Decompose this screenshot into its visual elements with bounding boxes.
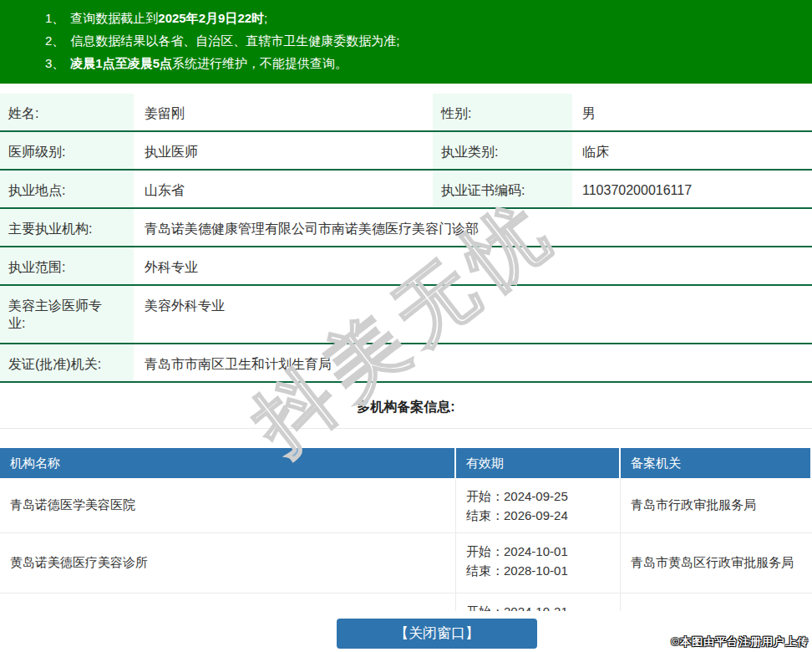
field-value-gender: 男 xyxy=(572,94,812,130)
field-value-practice-category: 临床 xyxy=(572,132,812,169)
validity-end: 结束：2026-09-24 xyxy=(466,506,620,525)
validity-cell: 开始：2024-10-21 xyxy=(456,593,621,611)
doctor-info-table: 姓名: 姜留刚 性别: 男 医师级别: 执业医师 执业类别: 临床 执业地点: … xyxy=(0,94,812,383)
org-table-header: 机构名称 有效期 备案机关 xyxy=(0,448,812,478)
record-authority-cell: 青岛市黄岛区行政审批服务局 xyxy=(621,533,812,593)
field-value-doctor-level: 执业医师 xyxy=(134,132,433,169)
field-label-name: 姓名: xyxy=(0,94,134,130)
validity-cell: 开始：2024-10-01 结束：2028-10-01 xyxy=(456,533,621,593)
multi-org-section-title: 多机构备案信息: xyxy=(0,398,812,416)
notice-line-2: 2、信息数据结果以各省、自治区、直辖市卫生健康委数据为准; xyxy=(45,29,804,52)
notice-bold-text: 凌晨1点至凌晨5点 xyxy=(70,56,172,70)
table-row: 姓名: 姜留刚 性别: 男 xyxy=(0,94,812,132)
notice-line-3: 3、凌晨1点至凌晨5点系统进行维护，不能提供查询。 xyxy=(45,52,804,74)
table-row: 开始：2024-10-21 xyxy=(0,593,812,611)
validity-start: 开始：2024-10-21 xyxy=(466,602,620,611)
validity-end: 结束：2028-10-01 xyxy=(466,561,620,580)
field-label-practice-category: 执业类别: xyxy=(433,132,572,169)
validity-cell: 开始：2024-09-25 结束：2026-09-24 xyxy=(456,478,621,532)
table-row: 青岛诺德医学美容医院 开始：2024-09-25 结束：2026-09-24 青… xyxy=(0,478,812,533)
org-name-cell xyxy=(0,593,456,611)
field-value-practice-location: 山东省 xyxy=(134,171,433,207)
notice-bold-text: 2025年2月9日22时 xyxy=(158,11,264,25)
table-row: 黄岛诺美德医疗美容诊所 开始：2024-10-01 结束：2028-10-01 … xyxy=(0,533,812,593)
field-value-certificate-number: 110370200016117 xyxy=(572,171,812,207)
record-authority-cell: 青岛市行政审批服务局 xyxy=(621,478,812,532)
field-label-issuing-authority: 发证(批准)机关: xyxy=(0,344,134,381)
record-authority-cell xyxy=(621,593,812,611)
field-label-main-institution: 主要执业机构: xyxy=(0,209,134,246)
section-divider xyxy=(0,428,812,429)
org-name-cell: 黄岛诺美德医疗美容诊所 xyxy=(0,533,456,593)
field-label-practice-scope: 执业范围: xyxy=(0,247,134,284)
validity-start: 开始：2024-09-25 xyxy=(466,486,620,506)
field-label-certificate-number: 执业证书编码: xyxy=(433,171,572,207)
notice-number: 2、 xyxy=(45,33,64,48)
field-value-issuing-authority: 青岛市市南区卫生和计划生育局 xyxy=(134,344,812,381)
multi-org-table: 机构名称 有效期 备案机关 青岛诺德医学美容医院 开始：2024-09-25 结… xyxy=(0,448,812,611)
org-name-cell: 青岛诺德医学美容医院 xyxy=(0,478,456,532)
close-window-button[interactable]: 【关闭窗口】 xyxy=(337,619,537,649)
table-row: 执业地点: 山东省 执业证书编码: 110370200016117 xyxy=(0,171,812,209)
table-row: 主要执业机构: 青岛诺美德健康管理有限公司市南诺美德医疗美容门诊部 xyxy=(0,209,812,247)
table-row: 执业范围: 外科专业 xyxy=(0,247,812,286)
validity-start: 开始：2024-10-01 xyxy=(466,542,620,561)
field-label-gender: 性别: xyxy=(433,94,572,130)
notice-number: 3、 xyxy=(45,56,64,70)
notice-text: 信息数据结果以各省、自治区、直辖市卫生健康委数据为准; xyxy=(70,33,399,48)
table-row: 医师级别: 执业医师 执业类别: 临床 xyxy=(0,132,812,171)
button-container: 【关闭窗口】 xyxy=(0,619,812,649)
field-value-cosmetic-specialty: 美容外科专业 xyxy=(134,286,812,343)
notice-line-1: 1、查询数据截止到2025年2月9日22时; xyxy=(45,7,804,29)
column-header-record-authority: 备案机关 xyxy=(621,448,810,478)
notice-text-tail: ; xyxy=(264,11,267,25)
field-label-doctor-level: 医师级别: xyxy=(0,132,134,169)
column-header-validity: 有效期 xyxy=(456,448,621,478)
field-label-cosmetic-specialty: 美容主诊医师专业: xyxy=(0,286,134,343)
field-value-practice-scope: 外科专业 xyxy=(134,247,812,284)
notice-number: 1、 xyxy=(45,11,64,25)
table-row: 发证(批准)机关: 青岛市市南区卫生和计划生育局 xyxy=(0,344,812,383)
field-label-practice-location: 执业地点: xyxy=(0,171,134,207)
notice-text: 查询数据截止到 xyxy=(70,11,158,25)
field-value-name: 姜留刚 xyxy=(134,94,433,130)
notice-banner: 1、查询数据截止到2025年2月9日22时; 2、信息数据结果以各省、自治区、直… xyxy=(0,0,812,84)
notice-text-tail: 系统进行维护，不能提供查询。 xyxy=(172,56,348,70)
table-row: 美容主诊医师专业: 美容外科专业 xyxy=(0,286,812,344)
column-header-org-name: 机构名称 xyxy=(0,448,456,478)
field-value-main-institution: 青岛诺美德健康管理有限公司市南诺美德医疗美容门诊部 xyxy=(134,209,812,246)
